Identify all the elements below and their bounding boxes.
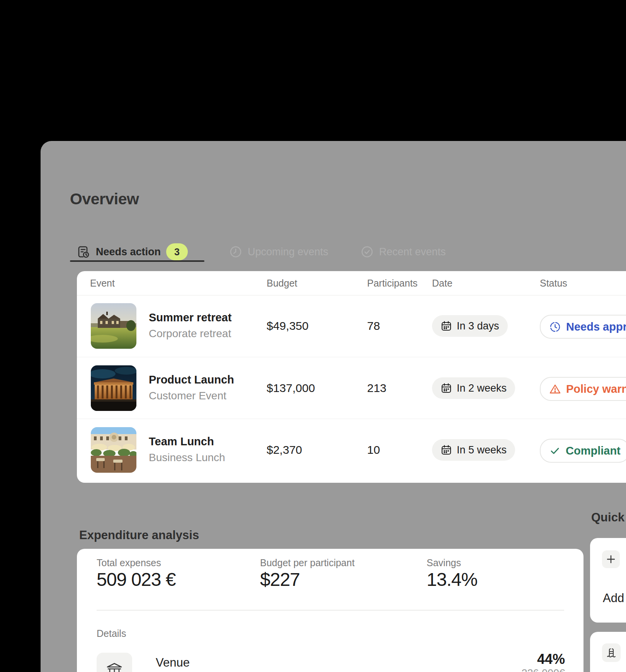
clock-icon <box>549 321 561 333</box>
event-thumbnail <box>91 365 136 411</box>
tab-label: Upcoming events <box>248 246 328 258</box>
detail-percent: 44% <box>463 651 565 667</box>
status-badge-compliant: Compliant <box>540 439 626 463</box>
event-category: Corporate retreat <box>149 328 231 340</box>
event-participants: 213 <box>367 382 386 395</box>
stat-label-total-expenses: Total expenses <box>97 557 161 568</box>
date-label: In 5 weeks <box>457 444 507 456</box>
date-label: In 3 days <box>457 320 499 332</box>
event-category: Customer Event <box>149 390 226 402</box>
check-icon <box>549 445 561 456</box>
tab-recent-events[interactable]: Recent events <box>361 243 446 261</box>
pool-ladder-icon <box>606 647 617 658</box>
page-title: Overview <box>70 190 139 208</box>
date-label: In 2 weeks <box>457 382 507 394</box>
building-columns-icon <box>106 662 123 672</box>
check-circle-icon <box>361 245 374 258</box>
venue-icon-tile <box>97 653 132 672</box>
event-name: Team Lunch <box>149 435 214 448</box>
stat-value-total-expenses: 509 023 € <box>97 569 176 590</box>
col-event: Event <box>90 271 115 295</box>
status-badge-needs-approval: Needs approval <box>540 315 626 339</box>
table-row-product-launch[interactable]: Product Launch Customer Event $137,000 2… <box>77 357 626 419</box>
tab-count-badge: 3 <box>166 243 188 260</box>
table-row-team-lunch[interactable]: Team Lunch Business Lunch $2,370 10 In 5… <box>77 419 626 481</box>
col-date: Date <box>432 271 452 295</box>
status-label: Needs approval <box>566 321 626 333</box>
detail-amount: 226 000€ <box>463 667 565 672</box>
pool-icon-tile <box>602 643 621 662</box>
file-clock-icon <box>77 245 90 259</box>
event-thumbnail <box>91 427 136 473</box>
table-row-summer-retreat[interactable]: Summer retreat Corporate retreat $49,350… <box>77 295 626 357</box>
detail-row-venue[interactable]: Venue 44% 226 000€ <box>77 647 583 672</box>
details-label: Details <box>97 628 126 639</box>
event-name: Product Launch <box>149 373 234 386</box>
status-label: Policy warning <box>566 383 626 395</box>
detail-name: Venue <box>156 656 190 670</box>
events-table: Event Budget Participants Date Status <box>77 271 626 483</box>
event-budget: $137,000 <box>267 382 315 395</box>
tab-label: Recent events <box>379 246 446 258</box>
col-participants: Participants <box>367 271 418 295</box>
expenditure-title: Expenditure analysis <box>79 528 199 542</box>
date-chip: In 5 weeks <box>432 439 515 461</box>
tab-upcoming-events[interactable]: Upcoming events <box>229 243 328 261</box>
event-budget: $49,350 <box>267 319 308 333</box>
quick-action-pool-card[interactable] <box>590 632 626 672</box>
col-budget: Budget <box>267 271 297 295</box>
status-label: Compliant <box>566 445 621 457</box>
col-status: Status <box>540 271 567 295</box>
stat-label-budget-per-participant: Budget per participant <box>260 557 355 568</box>
event-thumbnail <box>91 303 136 349</box>
quick-actions-title: Quick <box>591 511 624 524</box>
add-button-label: Add <box>603 591 624 605</box>
event-name: Summer retreat <box>149 311 231 324</box>
date-chip: In 3 days <box>432 315 508 337</box>
calendar-icon <box>441 382 452 394</box>
tab-needs-action[interactable]: Needs action 3 <box>77 243 188 261</box>
stat-value-savings: 13.4% <box>427 569 477 590</box>
status-badge-policy-warning: Policy warning <box>540 377 626 401</box>
active-tab-underline <box>70 260 204 262</box>
stat-label-savings: Savings <box>427 557 461 568</box>
event-participants: 78 <box>367 319 380 333</box>
divider <box>97 610 564 611</box>
event-budget: $2,370 <box>267 443 302 456</box>
date-chip: In 2 weeks <box>432 377 515 399</box>
screen: Overview Needs action 3 Upcoming events <box>0 0 626 672</box>
calendar-icon <box>441 320 452 332</box>
tab-label: Needs action <box>96 246 161 258</box>
event-category: Business Lunch <box>149 451 225 464</box>
expenditure-card: Total expenses Budget per participant Sa… <box>77 549 583 672</box>
warning-triangle-icon <box>549 383 561 395</box>
calendar-icon <box>441 444 452 456</box>
stat-value-budget-per-participant: $227 <box>260 569 300 590</box>
table-header: Event Budget Participants Date Status <box>77 271 626 295</box>
quick-action-add-card[interactable]: Add <box>590 538 626 623</box>
history-icon <box>229 245 242 258</box>
plus-icon-tile <box>602 550 620 568</box>
plus-icon <box>606 554 616 564</box>
event-participants: 10 <box>367 443 380 456</box>
